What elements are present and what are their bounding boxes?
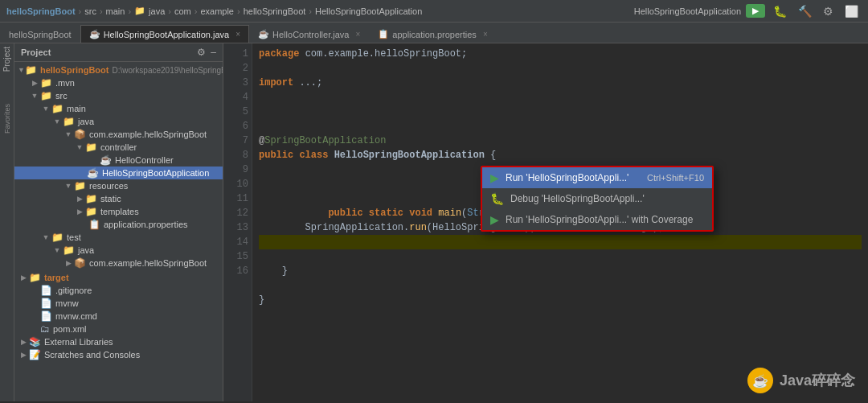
tree-root[interactable]: ▼ 📁 helloSpringBoot D:\workspace2019\hel…: [14, 64, 223, 76]
tab-label-hellospringbootapp: HelloSpringBootApplication.java: [104, 30, 230, 39]
src-arrow: ▼: [29, 92, 40, 100]
context-menu-debug[interactable]: 🐛 Debug 'HelloSpringBootAppli...': [482, 188, 712, 209]
testjava-folder-icon: 📁: [63, 245, 75, 256]
code-line-6: [259, 119, 862, 134]
run-button[interactable]: ▶: [746, 4, 765, 18]
tab-close-hellospringbootapp[interactable]: ×: [235, 30, 240, 39]
project-tab-label[interactable]: Project: [2, 47, 11, 72]
tree-item-scratches[interactable]: ▶ 📝 Scratches and Consoles: [14, 348, 223, 361]
debug-button[interactable]: 🐛: [770, 3, 790, 19]
tab-label-appprops: application.properties: [392, 30, 477, 39]
ln-2: 2: [223, 61, 248, 76]
sidebar-title: Project: [21, 47, 51, 57]
pomxml-icon: 🗂: [40, 323, 50, 335]
test-folder-icon: 📁: [51, 232, 63, 243]
tree-item-java[interactable]: ▼ 📁 java: [14, 115, 223, 128]
sidebar-header: Project ⚙ –: [14, 43, 223, 62]
tree-item-target[interactable]: ▶ 📁 target: [14, 271, 223, 284]
templates-folder-icon: 📁: [85, 206, 97, 217]
scratches-arrow: ▶: [18, 351, 29, 359]
src-label: src: [55, 91, 68, 101]
context-debug-label: Debug 'HelloSpringBootAppli...': [510, 193, 645, 204]
tab-icon-java: ☕: [89, 29, 100, 39]
sidebar-collapse-icon[interactable]: –: [211, 47, 216, 58]
sidebar-gear-icon[interactable]: ⚙: [197, 47, 206, 58]
context-coverage-label: Run 'HelloSpringBootAppli...' with Cover…: [506, 214, 693, 225]
tree-item-main[interactable]: ▼ 📁 main: [14, 102, 223, 115]
tree-item-pomxml[interactable]: 🗂 pom.xml: [14, 323, 223, 335]
breadcrumb-src: src: [84, 6, 96, 16]
tab-hellospringboot[interactable]: helloSpringBoot: [0, 25, 80, 43]
run-config-label: HelloSpringBootApplication: [634, 6, 741, 16]
mvnw-icon: 📄: [40, 298, 52, 309]
breadcrumb-sep-1: ›: [79, 6, 82, 16]
context-run-label: Run 'HelloSpringBootAppli...': [506, 172, 628, 183]
tree-item-test[interactable]: ▼ 📁 test: [14, 231, 223, 244]
tree-item-hsba[interactable]: ☕ HelloSpringBootApplication: [14, 167, 223, 179]
project-brand: helloSpringBoot: [6, 6, 76, 16]
tab-hellocontroller[interactable]: ☕ HelloController.java ×: [249, 25, 369, 43]
tree-item-resources[interactable]: ▼ 📁 resources: [14, 179, 223, 192]
tab-label-hellospringboot: helloSpringBoot: [9, 30, 72, 39]
code-line-7: @SpringBootApplication: [259, 134, 862, 148]
target-folder-icon: 📁: [29, 272, 41, 283]
ln-3: 3: [223, 76, 248, 90]
tab-close-appprops[interactable]: ×: [483, 30, 488, 39]
breadcrumb-class: HelloSpringBootApplication: [315, 6, 422, 16]
tree-item-mvnw[interactable]: 📄 mvnw: [14, 297, 223, 310]
tree-item-templates[interactable]: ▶ 📁 templates: [14, 205, 223, 218]
java-folder-icon: 📁: [63, 116, 75, 127]
line-numbers: 1 2 3 4 5 6 7 8 9 10 11 12 13 14 15 16: [223, 43, 252, 401]
sidebar: Project ⚙ – ▼ 📁 helloSpringBoot D:\works…: [14, 43, 223, 401]
tab-bar: helloSpringBoot ☕ HelloSpringBootApplica…: [0, 23, 868, 43]
controller-arrow: ▼: [74, 143, 85, 151]
tab-close-hellocontroller[interactable]: ×: [355, 30, 360, 39]
context-menu: ▶ Run 'HelloSpringBootAppli...' Ctrl+Shi…: [481, 166, 714, 232]
test-arrow: ▼: [40, 233, 51, 241]
code-line-14: }: [259, 264, 862, 278]
tree-item-extlibs[interactable]: ▶ 📚 External Libraries: [14, 335, 223, 348]
tree-item-hellocontroller[interactable]: ☕ HelloController: [14, 154, 223, 167]
favorites-tab-label[interactable]: Favorites: [3, 104, 11, 134]
tree-item-props[interactable]: 📋 application.properties: [14, 218, 223, 231]
ln-5: 5: [223, 105, 248, 119]
tree-item-gitignore[interactable]: 📄 .gitignore: [14, 284, 223, 297]
context-run-shortcut: Ctrl+Shift+F10: [647, 173, 704, 183]
test-label: test: [67, 232, 81, 242]
tree-item-test-java[interactable]: ▼ 📁 java: [14, 244, 223, 257]
controller-folder-icon: 📁: [85, 142, 97, 153]
tree-item-mvn[interactable]: ▶ 📁 .mvn: [14, 76, 223, 89]
tree-item-mvnwcmd[interactable]: 📄 mvnw.cmd: [14, 310, 223, 323]
pomxml-label: pom.xml: [53, 324, 87, 334]
breadcrumb-java-label: java: [149, 6, 165, 16]
tree-item-static[interactable]: ▶ 📁 static: [14, 192, 223, 205]
ln-13: 13: [223, 220, 248, 235]
props-label: application.properties: [104, 220, 188, 229]
resources-label: resources: [89, 181, 128, 191]
tab-appprops[interactable]: 📋 application.properties ×: [369, 25, 496, 43]
tab-icon-props: 📋: [378, 29, 389, 39]
tree-item-test-pkg[interactable]: ▶ 📦 com.example.helloSpringBoot: [14, 257, 223, 269]
src-folder-icon: 📁: [40, 90, 52, 101]
ln-14: 14: [223, 235, 248, 249]
ln-6: 6: [223, 119, 248, 134]
breadcrumb-hellospringboot: helloSpringBoot: [244, 6, 306, 16]
extlibs-icon: 📚: [29, 336, 41, 347]
breadcrumb-example: example: [200, 6, 234, 16]
tab-hellospringbootapp[interactable]: ☕ HelloSpringBootApplication.java ×: [80, 25, 249, 43]
breadcrumb-com: com: [174, 6, 191, 16]
ln-7: 7: [223, 134, 248, 148]
build-button[interactable]: 🔨: [795, 3, 815, 19]
code-line-3: import ...;: [259, 76, 862, 90]
tree-item-controller[interactable]: ▼ 📁 controller: [14, 141, 223, 154]
settings-button[interactable]: ⚙: [820, 3, 837, 19]
context-menu-run-coverage[interactable]: ▶ Run 'HelloSpringBootAppli...' with Cov…: [482, 209, 712, 230]
tree-item-src[interactable]: ▼ 📁 src: [14, 89, 223, 102]
maximize-button[interactable]: ⬜: [841, 3, 862, 19]
context-menu-run[interactable]: ▶ Run 'HelloSpringBootAppli...' Ctrl+Shi…: [482, 167, 712, 188]
file-tree: ▼ 📁 helloSpringBoot D:\workspace2019\hel…: [14, 62, 223, 401]
java-label: java: [78, 117, 94, 126]
tree-item-package[interactable]: ▼ 📦 com.example.helloSpringBoot: [14, 128, 223, 141]
code-line-5: [259, 105, 862, 119]
package-label: com.example.helloSpringBoot: [89, 130, 207, 139]
